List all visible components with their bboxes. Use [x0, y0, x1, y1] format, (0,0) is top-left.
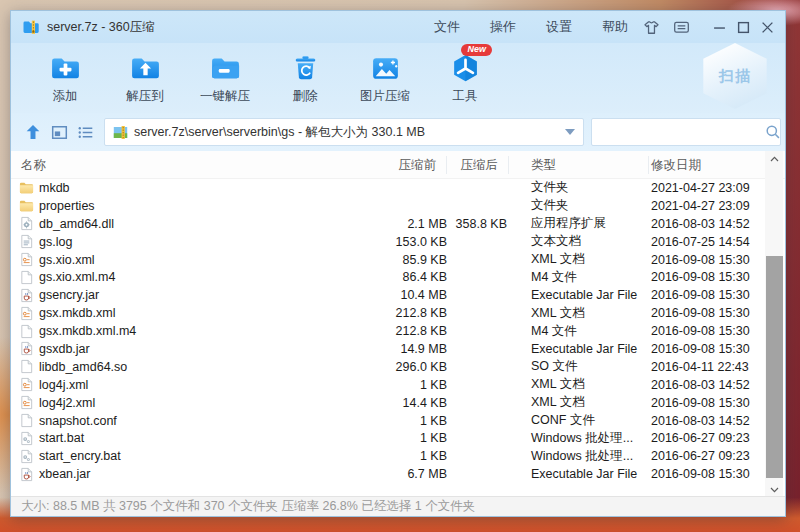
archive-file-icon	[113, 125, 128, 140]
address-dropdown-icon[interactable]	[565, 129, 575, 135]
file-row[interactable]: mkdb 文件夹 2021-04-27 23:09	[11, 179, 767, 197]
delete-trash-icon	[289, 52, 322, 85]
maximize-icon	[737, 21, 750, 34]
list-view-button[interactable]	[72, 119, 98, 145]
skin-theme-button[interactable]	[639, 11, 663, 43]
minimize-button[interactable]	[707, 11, 731, 43]
file-name: libdb_amd64.so	[39, 360, 127, 374]
file-row[interactable]: gsx.mkdb.xml 212.8 KB XML 文档 2016-09-08 …	[11, 304, 767, 322]
scan-shield-badge[interactable]: 扫描	[699, 43, 771, 109]
file-type-icon	[19, 270, 34, 285]
tools-button[interactable]: New 工具	[425, 43, 505, 113]
maximize-button[interactable]	[731, 11, 755, 43]
column-header-name[interactable]: 名称	[19, 156, 369, 174]
archive-path: server.7z\server\serverbin\gs - 解包大小为 33…	[134, 124, 559, 141]
extract-folder-icon	[129, 52, 162, 85]
file-name: db_amd64.dll	[39, 217, 114, 231]
file-name: gs.xio.xml	[39, 253, 95, 267]
file-date: 2016-09-08 15:30	[649, 342, 767, 356]
chevron-down-icon	[770, 487, 779, 493]
app-window: server.7z - 360压缩 文件 操作 设置 帮助	[10, 10, 786, 517]
up-directory-button[interactable]	[20, 119, 46, 145]
file-date: 2016-09-08 15:30	[649, 288, 767, 302]
file-type-icon	[19, 198, 34, 213]
file-row[interactable]: log4j.xml 1 KB XML 文档 2016-08-03 14:52	[11, 376, 767, 394]
add-button[interactable]: 添加	[25, 43, 105, 113]
file-row[interactable]: gsxdb.jar 14.9 MB Executable Jar File 20…	[11, 340, 767, 358]
file-size-before: 1 KB	[369, 431, 447, 445]
file-row[interactable]: start.bat 1 KB Windows 批处理... 2016-06-27…	[11, 429, 767, 447]
tool-label: 一键解压	[200, 88, 250, 105]
file-date: 2016-09-08 15:30	[649, 324, 767, 338]
file-type: Executable Jar File	[529, 342, 649, 356]
file-size-before: 85.9 KB	[369, 253, 447, 267]
tool-label: 删除	[293, 88, 318, 105]
file-type: Windows 批处理...	[529, 448, 649, 465]
file-row[interactable]: log4j2.xml 14.4 KB XML 文档 2016-09-08 15:…	[11, 394, 767, 412]
file-row[interactable]: gsx.mkdb.xml.m4 212.8 KB M4 文件 2016-09-0…	[11, 322, 767, 340]
file-row[interactable]: libdb_amd64.so 296.0 KB SO 文件 2016-04-11…	[11, 358, 767, 376]
scroll-up-button[interactable]	[765, 151, 783, 167]
shirt-icon	[643, 19, 660, 36]
file-type-icon	[19, 359, 34, 374]
file-type-icon	[19, 467, 34, 482]
file-date: 2016-04-11 22:43	[649, 360, 767, 374]
file-type-icon	[19, 252, 34, 267]
feedback-button[interactable]	[669, 11, 693, 43]
address-bar[interactable]: server.7z\server\serverbin\gs - 解包大小为 33…	[104, 118, 584, 146]
file-date: 2016-07-25 14:54	[649, 235, 767, 249]
column-header-type[interactable]: 类型	[529, 156, 649, 174]
file-row[interactable]: gsencry.jar 10.4 MB Executable Jar File …	[11, 286, 767, 304]
title-bar: server.7z - 360压缩 文件 操作 设置 帮助	[11, 11, 785, 43]
file-type-icon	[19, 377, 34, 392]
file-name: gsxdb.jar	[39, 342, 90, 356]
file-name: start_encry.bat	[39, 449, 121, 463]
preview-pane-icon	[51, 124, 68, 141]
search-box	[591, 118, 781, 146]
menu-file[interactable]: 文件	[434, 18, 460, 36]
new-badge: New	[461, 44, 492, 56]
preview-pane-button[interactable]	[46, 119, 72, 145]
file-row[interactable]: xbean.jar 6.7 MB Executable Jar File 201…	[11, 465, 767, 483]
file-row[interactable]: gs.log 153.0 KB 文本文档 2016-07-25 14:54	[11, 233, 767, 251]
file-name: gsx.mkdb.xml.m4	[39, 324, 136, 338]
file-row[interactable]: gs.xio.xml 85.9 KB XML 文档 2016-09-08 15:…	[11, 251, 767, 269]
file-size-before: 1 KB	[369, 449, 447, 463]
window-title: server.7z - 360压缩	[47, 19, 155, 36]
file-size-before: 296.0 KB	[369, 360, 447, 374]
file-type: Executable Jar File	[529, 288, 649, 302]
file-name: start.bat	[39, 431, 84, 445]
search-icon[interactable]	[765, 124, 781, 140]
column-header-size-after[interactable]: 压缩后	[447, 156, 509, 174]
file-row[interactable]: start_encry.bat 1 KB Windows 批处理... 2016…	[11, 447, 767, 465]
file-name: gsencry.jar	[39, 288, 99, 302]
file-size-before: 6.7 MB	[369, 467, 447, 481]
delete-button[interactable]: 删除	[265, 43, 345, 113]
menu-settings[interactable]: 设置	[546, 18, 572, 36]
column-header-date[interactable]: 修改日期	[649, 156, 767, 174]
close-button[interactable]	[755, 11, 779, 43]
file-type: Executable Jar File	[529, 467, 649, 481]
search-input[interactable]	[592, 119, 765, 145]
file-name: gs.log	[39, 235, 72, 249]
file-row[interactable]: snapshot.conf 1 KB CONF 文件 2016-08-03 14…	[11, 412, 767, 430]
file-row[interactable]: properties 文件夹 2021-04-27 23:09	[11, 197, 767, 215]
file-type: SO 文件	[529, 358, 649, 375]
vertical-scrollbar[interactable]	[765, 151, 783, 498]
file-row[interactable]: db_amd64.dll 2.1 MB 358.8 KB 应用程序扩展 2016…	[11, 215, 767, 233]
scrollbar-thumb[interactable]	[766, 256, 783, 478]
file-type-icon	[19, 180, 34, 195]
file-date: 2016-06-27 09:23	[649, 449, 767, 463]
file-type: 应用程序扩展	[529, 215, 649, 232]
file-size-before: 1 KB	[369, 414, 447, 428]
file-row[interactable]: gs.xio.xml.m4 86.4 KB M4 文件 2016-09-08 1…	[11, 268, 767, 286]
file-size-before: 212.8 KB	[369, 324, 447, 338]
column-header-size-before[interactable]: 压缩前	[369, 156, 447, 174]
image-compress-button[interactable]: 图片压缩	[345, 43, 425, 113]
file-type: 文本文档	[529, 233, 649, 250]
menu-help[interactable]: 帮助	[602, 18, 628, 36]
file-size-before: 10.4 MB	[369, 288, 447, 302]
extract-to-button[interactable]: 解压到	[105, 43, 185, 113]
menu-action[interactable]: 操作	[490, 18, 516, 36]
one-click-extract-button[interactable]: 一键解压	[185, 43, 265, 113]
